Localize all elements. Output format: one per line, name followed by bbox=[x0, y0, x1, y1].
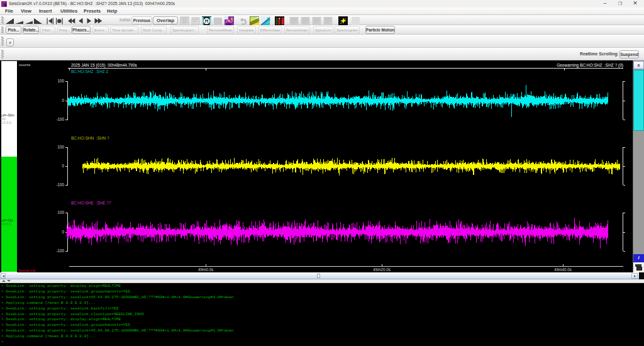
svg-text:-100: -100 bbox=[56, 182, 64, 187]
svg-text:100: 100 bbox=[57, 210, 64, 215]
svg-text:-100: -100 bbox=[56, 117, 64, 121]
svg-text:counts: counts bbox=[19, 62, 30, 67]
svg-text:0: 0 bbox=[62, 230, 64, 234]
svg-text:Geowarning BC:HO:SHZ :SHZ ? (: Geowarning BC:HO:SHZ :SHZ ? (0) bbox=[557, 63, 623, 68]
svg-text:2025 JAN 15 (015) 00h48m44.79: 2025 JAN 15 (015) 00h48m44.790s bbox=[71, 63, 138, 68]
svg-text:-100: -100 bbox=[56, 248, 64, 253]
svg-text:100: 100 bbox=[57, 79, 64, 83]
svg-text:49m40.0s: 49m40.0s bbox=[554, 267, 572, 272]
svg-text:100: 100 bbox=[57, 145, 64, 149]
svg-text:BC:HO:SHZ :SHZ Z: BC:HO:SHZ :SHZ Z bbox=[71, 69, 109, 74]
svg-text:49m0.0s: 49m0.0s bbox=[198, 267, 213, 272]
svg-text:BC:HO:SHE :SHE ??: BC:HO:SHE :SHE ?? bbox=[71, 201, 111, 205]
svg-text:SeedLink: SeedLink bbox=[18, 268, 36, 272]
svg-text:0: 0 bbox=[62, 98, 64, 103]
svg-text:49m20.0s: 49m20.0s bbox=[373, 267, 391, 272]
svg-text:0: 0 bbox=[62, 164, 64, 168]
svg-text:BC:HO:SHN :SHN ?: BC:HO:SHN :SHN ? bbox=[71, 136, 109, 140]
